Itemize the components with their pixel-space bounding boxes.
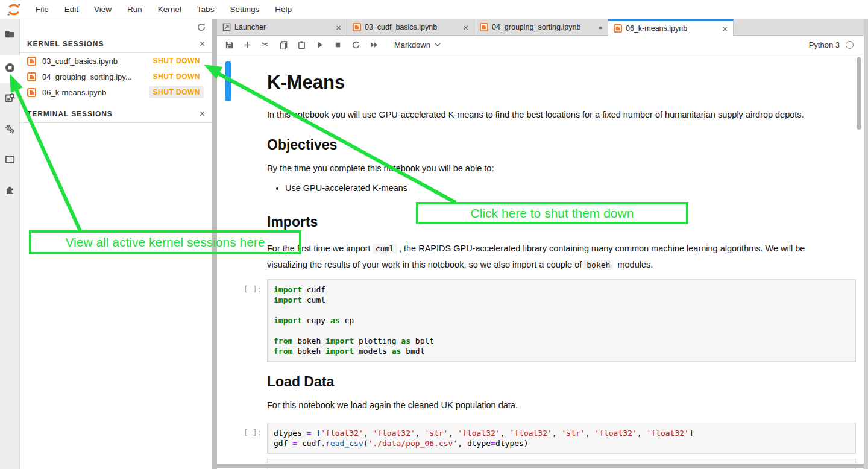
refresh-sessions-icon[interactable] <box>197 22 206 32</box>
notebook-icon <box>614 24 622 33</box>
interrupt-kernel-button[interactable] <box>333 40 342 49</box>
code-editor[interactable]: import cudfimport cuml import cupy as cp… <box>267 279 856 362</box>
menu-help[interactable]: Help <box>267 5 300 14</box>
markdown-cell-objectives[interactable]: Objectives By the time you complete this… <box>225 136 868 195</box>
objectives-item: Use GPU-accelerated K-means <box>285 182 831 195</box>
tab-bar: Launcher × 03_cudf_basics.ipynb × 04_g <box>217 19 868 36</box>
markdown-cell-title[interactable]: K-Means In this notebook you will use GP… <box>225 60 868 121</box>
close-icon[interactable]: × <box>463 22 468 33</box>
paste-cells-button[interactable] <box>297 40 306 49</box>
copy-cells-button[interactable] <box>278 40 288 49</box>
cell-type-dropdown[interactable]: Markdown <box>394 40 441 49</box>
kernel-session-row[interactable]: 06_k-means.ipynb SHUT DOWN <box>20 84 212 100</box>
annotation-text: Click here to shut them down <box>471 206 634 221</box>
inline-code: cuml <box>373 244 397 254</box>
restart-kernel-button[interactable] <box>351 40 360 49</box>
objectives-heading: Objectives <box>267 136 856 154</box>
command-palette-icon[interactable] <box>5 93 15 103</box>
kernel-sessions-header: KERNEL SESSIONS × <box>20 35 212 53</box>
menu-tabs[interactable]: Tabs <box>189 5 222 14</box>
notebook-icon <box>27 57 36 66</box>
close-icon[interactable]: × <box>336 22 341 33</box>
run-all-button[interactable] <box>369 40 379 49</box>
notebook-content: K-Means In this notebook you will use GP… <box>217 54 868 469</box>
running-sessions-icon[interactable] <box>5 63 15 73</box>
load-data-heading: Load Data <box>267 373 856 391</box>
window-right-edge <box>864 19 868 469</box>
notebook-toolbar: ✂ Markdown <box>217 36 868 54</box>
menu-settings[interactable]: Settings <box>222 5 267 14</box>
tab-label: 04_grouping_sorting.ipynb <box>492 23 595 31</box>
kernel-name[interactable]: Python 3 <box>809 40 840 49</box>
open-tabs-icon[interactable] <box>5 154 15 165</box>
cell-prompt: [ ]: <box>234 423 267 454</box>
cell-type-value: Markdown <box>394 40 430 49</box>
chevron-down-icon <box>435 43 441 46</box>
tab-label: 03_cudf_basics.ipynb <box>365 23 459 31</box>
save-button[interactable] <box>224 40 234 49</box>
tab-label: Launcher <box>234 23 332 31</box>
add-cell-button[interactable] <box>242 40 252 49</box>
active-cell-collapser[interactable] <box>225 61 231 101</box>
unsaved-dot-icon[interactable]: ● <box>599 24 602 31</box>
session-name: 04_grouping_sorting.ipy... <box>42 72 149 81</box>
horizontal-scrollbar[interactable] <box>217 464 868 468</box>
kernel-session-row[interactable]: 03_cudf_basics.ipynb SHUT DOWN <box>20 53 212 69</box>
menu-file[interactable]: File <box>28 5 57 14</box>
cut-cells-button[interactable]: ✂ <box>260 40 270 49</box>
tab-launcher[interactable]: Launcher × <box>217 19 347 35</box>
inline-code: bokeh <box>583 260 613 270</box>
code-editor[interactable]: dtypes = ['float32', 'float32', 'str', '… <box>267 423 856 454</box>
shutdown-button[interactable]: SHUT DOWN <box>149 55 204 67</box>
menu-view[interactable]: View <box>86 5 119 14</box>
load-data-paragraph: For this notebook we load again the clea… <box>267 399 813 412</box>
notebook-title: K-Means <box>267 71 856 94</box>
objectives-intro: By the time you complete this notebook y… <box>267 162 813 175</box>
file-browser-icon[interactable] <box>5 29 15 39</box>
session-name: 06_k-means.ipynb <box>42 88 149 97</box>
jupyter-logo-icon <box>6 2 22 17</box>
close-icon[interactable]: × <box>200 40 205 48</box>
notebook-icon <box>353 23 361 31</box>
menu-run[interactable]: Run <box>119 5 150 14</box>
shutdown-button[interactable]: SHUT DOWN <box>149 71 204 83</box>
close-icon[interactable]: × <box>200 110 205 118</box>
annotation-text: View all active kernel sessions here <box>65 235 265 250</box>
notebook-icon <box>27 72 36 81</box>
kernel-session-row[interactable]: 04_grouping_sorting.ipy... SHUT DOWN <box>20 69 212 84</box>
imports-paragraph: For the first time we importcuml, the RA… <box>267 241 813 273</box>
tab-label: 06_k-means.ipynb <box>626 24 719 33</box>
menu-bar: File Edit View Run Kernel Tabs Settings … <box>0 0 868 19</box>
session-name: 03_cudf_basics.ipynb <box>42 57 149 66</box>
menu-edit[interactable]: Edit <box>57 5 86 14</box>
cell-prompt: [ ]: <box>234 279 267 362</box>
terminal-sessions-title: TERMINAL SESSIONS <box>27 110 113 118</box>
tab-03-cudf-basics[interactable]: 03_cudf_basics.ipynb × <box>347 19 474 35</box>
notebook-icon <box>480 23 488 31</box>
annotation-box-kernel-sessions: View all active kernel sessions here <box>29 230 301 254</box>
menu-kernel[interactable]: Kernel <box>150 5 189 14</box>
shutdown-button[interactable]: SHUT DOWN <box>149 86 204 98</box>
kernel-status-icon <box>846 41 854 49</box>
kernel-sessions-title: KERNEL SESSIONS <box>27 40 104 48</box>
terminal-sessions-header: TERMINAL SESSIONS × <box>20 105 212 123</box>
markdown-cell-load-data[interactable]: Load Data For this notebook we load agai… <box>225 373 868 412</box>
vertical-scrollbar-thumb[interactable] <box>857 57 861 130</box>
tab-06-k-means[interactable]: 06_k-means.ipynb × <box>608 19 734 36</box>
launcher-icon <box>222 23 231 31</box>
extension-manager-icon[interactable] <box>5 184 15 195</box>
property-inspector-icon[interactable] <box>5 124 15 134</box>
code-cell-imports[interactable]: [ ]: import cudfimport cuml import cupy … <box>225 279 868 362</box>
code-cell-load-data[interactable]: [ ]: dtypes = ['float32', 'float32', 'st… <box>225 423 868 454</box>
intro-paragraph: In this notebook you will use GPU-accele… <box>267 109 813 121</box>
notebook-icon <box>27 88 36 97</box>
annotation-box-shutdown: Click here to shut them down <box>416 202 688 224</box>
tab-04-grouping-sorting[interactable]: 04_grouping_sorting.ipynb ● <box>474 19 608 35</box>
close-icon[interactable]: × <box>722 24 728 34</box>
run-cell-button[interactable] <box>315 40 324 49</box>
left-sidebar-strip <box>0 19 20 469</box>
